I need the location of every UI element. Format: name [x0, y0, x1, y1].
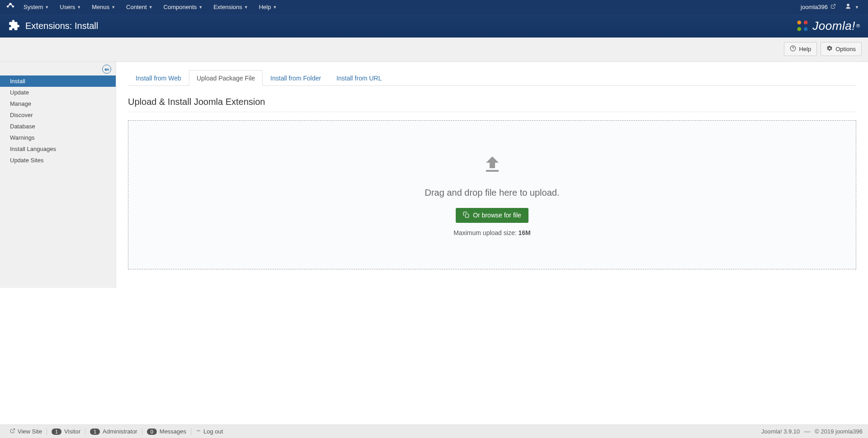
- menu-extensions[interactable]: Extensions▼: [208, 0, 254, 14]
- sidebar-item-manage[interactable]: Manage: [0, 98, 116, 109]
- upload-icon: [480, 154, 505, 177]
- registered-mark: ®: [856, 23, 860, 28]
- sidebar-item-update-sites[interactable]: Update Sites: [0, 155, 116, 166]
- svg-point-2: [804, 20, 808, 24]
- sidebar-item-database[interactable]: Database: [0, 121, 116, 132]
- dropzone-text: Drag and drop file here to upload.: [425, 188, 560, 198]
- sidebar-collapse-button[interactable]: ⇐: [102, 65, 111, 74]
- browse-file-button[interactable]: Or browse for file: [456, 208, 528, 223]
- navbar-sitename-link[interactable]: joomla396: [796, 4, 840, 10]
- help-icon: [790, 45, 796, 53]
- puzzle-icon: [8, 19, 20, 33]
- main-content: Install from Web Upload Package File Ins…: [116, 62, 868, 288]
- menu-menus[interactable]: Menus▼: [86, 0, 121, 14]
- svg-line-0: [833, 5, 835, 7]
- sidebar: ⇐ Install Update Manage Discover Databas…: [0, 62, 116, 288]
- caret-icon: ▼: [77, 5, 81, 9]
- tab-upload-package-file[interactable]: Upload Package File: [189, 70, 263, 86]
- menu-components[interactable]: Components▼: [158, 0, 208, 14]
- svg-rect-7: [465, 214, 469, 217]
- svg-point-4: [804, 27, 808, 31]
- caret-icon: ▼: [45, 5, 49, 9]
- arrow-left-icon: ⇐: [104, 66, 109, 73]
- sidebar-item-discover[interactable]: Discover: [0, 109, 116, 121]
- sidebar-item-warnings[interactable]: Warnings: [0, 132, 116, 143]
- caret-icon: ▼: [273, 5, 277, 9]
- max-upload-size: Maximum upload size: 16M: [453, 229, 530, 236]
- caret-icon: ▼: [855, 5, 859, 9]
- joomla-icon[interactable]: [6, 2, 14, 12]
- help-button[interactable]: Help: [784, 42, 817, 56]
- caret-icon: ▼: [244, 5, 248, 9]
- section-divider: [128, 112, 856, 112]
- navbar-menu: System▼ Users▼ Menus▼ Content▼ Component…: [18, 0, 796, 14]
- sidebar-menu: Install Update Manage Discover Database …: [0, 75, 116, 166]
- tab-install-from-url[interactable]: Install from URL: [329, 70, 389, 86]
- menu-users[interactable]: Users▼: [54, 0, 86, 14]
- menu-system[interactable]: System▼: [18, 0, 54, 14]
- sidebar-item-update[interactable]: Update: [0, 87, 116, 98]
- menu-help[interactable]: Help▼: [254, 0, 283, 14]
- menu-content[interactable]: Content▼: [121, 0, 158, 14]
- joomla-brand-text: Joomla!: [812, 19, 855, 33]
- top-navbar: System▼ Users▼ Menus▼ Content▼ Component…: [0, 0, 868, 14]
- caret-icon: ▼: [149, 5, 153, 9]
- copy-icon: [463, 212, 469, 219]
- upload-dropzone[interactable]: Drag and drop file here to upload. Or br…: [128, 120, 856, 269]
- toolbar: Help Options: [0, 38, 868, 62]
- joomla-brand[interactable]: Joomla! ®: [794, 18, 860, 34]
- sidebar-item-install[interactable]: Install: [0, 75, 116, 87]
- caret-icon: ▼: [111, 5, 115, 9]
- sidebar-item-install-languages[interactable]: Install Languages: [0, 143, 116, 155]
- options-button[interactable]: Options: [821, 42, 862, 56]
- install-tabs: Install from Web Upload Package File Ins…: [128, 70, 856, 86]
- external-link-icon: [830, 4, 836, 10]
- page-header: Extensions: Install Joomla! ®: [0, 14, 868, 38]
- navbar-user-dropdown[interactable]: ▼: [840, 3, 863, 11]
- svg-point-1: [797, 20, 802, 24]
- svg-point-3: [797, 27, 802, 31]
- gear-icon: [826, 45, 833, 53]
- user-icon: [845, 3, 851, 11]
- tab-install-from-folder[interactable]: Install from Folder: [263, 70, 329, 86]
- section-title: Upload & Install Joomla Extension: [128, 97, 856, 107]
- caret-icon: ▼: [198, 5, 203, 9]
- page-title: Extensions: Install: [25, 21, 794, 31]
- tab-install-from-web[interactable]: Install from Web: [128, 70, 189, 86]
- joomla-logo-icon: [794, 18, 811, 34]
